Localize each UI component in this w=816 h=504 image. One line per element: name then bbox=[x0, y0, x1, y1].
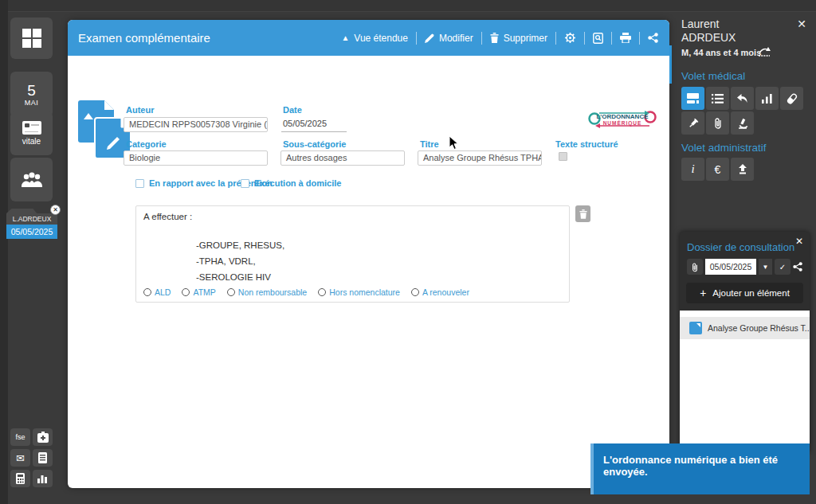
calculator-button[interactable] bbox=[10, 470, 30, 487]
patients-button[interactable] bbox=[10, 158, 53, 201]
categorie-label: Categorie bbox=[126, 139, 167, 149]
share-consultation-icon[interactable] bbox=[793, 262, 802, 272]
calendar-button[interactable]: 5 MAI bbox=[10, 72, 53, 117]
window-close-icon[interactable]: ✕ bbox=[797, 18, 806, 29]
overview-button[interactable] bbox=[681, 87, 704, 110]
validate-button[interactable]: ✓ bbox=[775, 259, 790, 275]
documents-button[interactable] bbox=[33, 449, 53, 467]
consultation-controls: 05/05/2025 ▼ ✓ bbox=[687, 259, 802, 275]
consultation-close-icon[interactable]: ✕ bbox=[795, 236, 803, 247]
toolbar-divider bbox=[584, 32, 585, 45]
toast-notification[interactable]: L'ordonnance numérique a bien été envoyé… bbox=[590, 443, 810, 494]
gear-icon bbox=[564, 32, 576, 44]
history-list-button[interactable] bbox=[706, 87, 729, 110]
apps-grid-button[interactable] bbox=[10, 18, 53, 59]
calendar-month: MAI bbox=[25, 99, 39, 107]
toolbar-divider bbox=[481, 32, 482, 45]
date-input[interactable]: 05/05/2025 bbox=[281, 117, 347, 132]
texte-structure-label: Texte structuré bbox=[555, 139, 618, 149]
radio-circle-icon bbox=[411, 288, 419, 296]
biology-results-button[interactable] bbox=[731, 111, 754, 135]
consultation-item[interactable]: Analyse Groupe Rhésus T... bbox=[680, 317, 810, 339]
settings-button[interactable] bbox=[564, 32, 576, 44]
vaccinations-button[interactable] bbox=[681, 111, 704, 135]
prevention-checkbox[interactable] bbox=[135, 179, 144, 188]
pharmacy-button[interactable] bbox=[33, 428, 53, 446]
mail-icon: ✉ bbox=[16, 452, 25, 464]
list-icon bbox=[712, 94, 724, 104]
preview-button[interactable] bbox=[593, 33, 603, 44]
titre-input[interactable]: Analyse Groupe Rhésus TPHA bbox=[418, 150, 542, 166]
radio-circle-icon bbox=[318, 288, 326, 296]
attach-button[interactable] bbox=[687, 259, 703, 275]
date-label: Date bbox=[283, 105, 302, 115]
attachments-button[interactable] bbox=[706, 111, 729, 135]
prescription-line: -GROUPE, RHESUS, bbox=[196, 240, 284, 250]
edit-label: Modifier bbox=[439, 33, 473, 44]
admin-icons-row: i € bbox=[681, 158, 754, 181]
categorie-input[interactable]: Biologie bbox=[124, 150, 268, 166]
edit-button[interactable]: Modifier bbox=[425, 33, 473, 44]
radio-non-remboursable[interactable]: Non remboursable bbox=[227, 287, 307, 297]
triangle-up-icon: ▲ bbox=[341, 34, 349, 42]
messaging-button[interactable]: ✉ bbox=[10, 449, 30, 467]
sidebar-scrollbar[interactable] bbox=[669, 45, 672, 84]
consultation-date-field[interactable]: 05/05/2025 bbox=[705, 259, 756, 275]
toolbar-divider bbox=[639, 32, 640, 45]
microscope-icon bbox=[737, 118, 748, 129]
ordonnance-numerique-logo: L'ORDONNANCE NUMÉRIQUE bbox=[586, 105, 659, 135]
radio-atmp[interactable]: ATMP bbox=[182, 287, 215, 297]
patient-info-button[interactable]: i bbox=[681, 158, 704, 181]
radio-a-renouveler[interactable]: A renouveler bbox=[411, 287, 469, 297]
delete-button[interactable]: Supprimer bbox=[490, 33, 547, 44]
patient-tab[interactable]: L.ADRDEUX 05/05/2025 ✕ bbox=[6, 209, 57, 239]
export-button[interactable] bbox=[731, 158, 754, 181]
patient-first-name: Laurent bbox=[681, 18, 719, 31]
paperclip-icon bbox=[714, 117, 722, 129]
fse-button[interactable]: fse bbox=[10, 428, 30, 446]
trash-icon bbox=[579, 209, 587, 219]
date-dropdown-button[interactable]: ▼ bbox=[759, 259, 772, 275]
prescription-intro: A effectuer : bbox=[143, 212, 192, 221]
radio-non-remboursable-label: Non remboursable bbox=[238, 287, 307, 297]
add-element-button[interactable]: + Ajouter un élément bbox=[686, 283, 803, 303]
share-button[interactable] bbox=[648, 33, 658, 43]
statistics-button[interactable] bbox=[33, 470, 53, 487]
billing-button[interactable]: € bbox=[706, 158, 729, 181]
prescription-textarea[interactable]: A effectuer : -GROUPE, RHESUS, -TPHA, VD… bbox=[135, 205, 570, 303]
pencil-icon bbox=[425, 33, 434, 43]
bar-chart-icon bbox=[762, 94, 772, 104]
auteur-label: Auteur bbox=[126, 105, 154, 115]
domicile-checkbox-row[interactable]: Exécution à domicile bbox=[241, 178, 341, 188]
delete-prescription-button[interactable] bbox=[575, 205, 590, 222]
left-rail bbox=[0, 0, 8, 504]
discharge-patient-button[interactable] bbox=[757, 46, 771, 61]
collapse-view-label: Vue étendue bbox=[354, 33, 408, 44]
exam-toolbar: ▲ Vue étendue Modifier Supprimer bbox=[341, 32, 658, 45]
biometrics-chart-button[interactable] bbox=[755, 87, 779, 110]
radio-atmp-label: ATMP bbox=[193, 287, 215, 297]
print-button[interactable] bbox=[620, 33, 631, 43]
document-list-icon bbox=[38, 452, 47, 463]
sous-categorie-input[interactable]: Autres dosages bbox=[280, 150, 405, 166]
toolbar-divider bbox=[416, 32, 417, 45]
info-icon: i bbox=[691, 162, 694, 176]
radio-ald[interactable]: ALD bbox=[143, 287, 171, 297]
radio-hors-nomenclature[interactable]: Hors nomenclature bbox=[318, 287, 400, 297]
prescription-line: -TPHA, VDRL, bbox=[196, 256, 256, 266]
patients-group-icon bbox=[20, 170, 44, 189]
exam-card: Examen complémentaire ▲ Vue étendue Modi… bbox=[68, 20, 669, 488]
chevron-down-icon: ▼ bbox=[763, 264, 769, 271]
prescription-line: -SEROLOGIE HIV bbox=[196, 272, 271, 282]
medications-button[interactable] bbox=[780, 87, 803, 110]
collapse-view-button[interactable]: ▲ Vue étendue bbox=[341, 33, 408, 44]
auteur-input[interactable]: MEDECIN RPPS0057308 Virginie (Dr.) bbox=[124, 117, 268, 132]
patient-tab-close-icon[interactable]: ✕ bbox=[50, 205, 61, 215]
toolbar-divider bbox=[555, 32, 556, 45]
carte-vitale-button[interactable]: vitale bbox=[10, 111, 53, 155]
domicile-checkbox[interactable] bbox=[241, 179, 249, 188]
add-element-label: Ajouter un élément bbox=[712, 288, 790, 298]
consultation-panel: ✕ Dossier de consultation 05/05/2025 ▼ ✓… bbox=[680, 232, 810, 453]
back-button[interactable] bbox=[731, 87, 754, 110]
delete-label: Supprimer bbox=[504, 33, 547, 44]
